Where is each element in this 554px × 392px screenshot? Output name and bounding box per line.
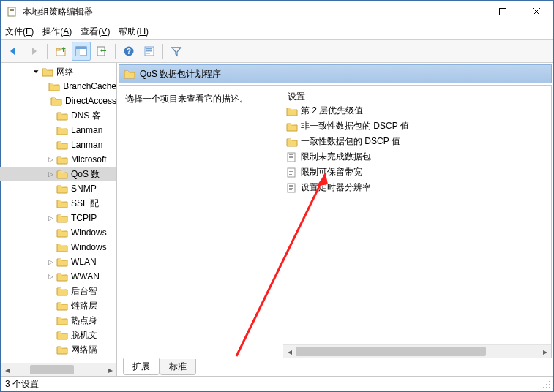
setting-icon xyxy=(286,182,298,194)
tree-item[interactable]: 网络隔 xyxy=(0,342,116,357)
tree-item[interactable]: Windows xyxy=(0,240,116,255)
folder-icon xyxy=(56,344,68,355)
toolbar: ? xyxy=(1,39,553,63)
menu-help[interactable]: 帮助(H) xyxy=(119,26,149,38)
tree-item[interactable]: SNMP xyxy=(0,181,116,196)
expand-icon[interactable]: ▷ xyxy=(45,258,56,265)
tree-item[interactable]: 热点身 xyxy=(0,313,116,328)
scroll-left-icon[interactable]: ◂ xyxy=(1,363,13,376)
tree-item[interactable]: ▷TCPIP xyxy=(0,211,116,225)
expand-icon[interactable]: ▷ xyxy=(45,214,56,222)
collapse-icon[interactable]: ⏷ xyxy=(30,68,42,75)
tree-label: 脱机文 xyxy=(71,329,97,342)
folder-icon xyxy=(42,66,53,78)
svg-rect-18 xyxy=(146,50,152,52)
tree-item-root[interactable]: ⏷网络 xyxy=(0,64,116,79)
tree-item[interactable]: Lanman xyxy=(0,137,116,152)
svg-rect-23 xyxy=(289,157,293,158)
settings-list[interactable]: 第 2 层优先级值非一致性数据包的 DSCP 值一致性数据包的 DSCP 值限制… xyxy=(283,103,551,344)
folder-icon xyxy=(56,329,68,341)
tree-label: 热点身 xyxy=(71,314,97,327)
expand-icon[interactable]: ▷ xyxy=(45,170,56,178)
expand-icon[interactable]: ▷ xyxy=(45,156,56,163)
list-item[interactable]: 非一致性数据包的 DSCP 值 xyxy=(283,118,551,134)
tree-scrollbar[interactable]: ◂ ▸ xyxy=(1,363,116,376)
tree[interactable]: ⏷网络BranchCacheDirectAccessDNS 客LanmanLan… xyxy=(0,63,116,363)
tree-item[interactable]: BranchCache xyxy=(0,79,116,94)
tree-item[interactable]: Lanman xyxy=(0,123,116,137)
svg-rect-12 xyxy=(76,49,80,56)
list-item-label: 第 2 层优先级值 xyxy=(301,105,363,117)
svg-rect-22 xyxy=(289,156,293,157)
svg-rect-29 xyxy=(289,174,292,175)
properties-button[interactable] xyxy=(140,42,159,61)
list-item[interactable]: 限制可保留带宽 xyxy=(283,165,551,180)
list-item[interactable]: 设置定时器分辨率 xyxy=(283,180,551,195)
expand-icon[interactable]: ▷ xyxy=(45,273,56,280)
tree-item[interactable]: DNS 客 xyxy=(0,108,116,123)
folder-icon xyxy=(56,139,68,151)
minimize-button[interactable] xyxy=(452,1,486,23)
description-hint: 选择一个项目来查看它的描述。 xyxy=(125,94,248,104)
list-item[interactable]: 一致性数据包的 DSCP 值 xyxy=(283,134,551,149)
list-item[interactable]: 限制未完成数据包 xyxy=(283,149,551,165)
tree-item[interactable]: 脱机文 xyxy=(0,328,116,342)
folder-icon xyxy=(50,95,62,107)
tree-label: Windows xyxy=(71,242,107,252)
scroll-left-icon[interactable]: ◂ xyxy=(283,345,296,358)
close-button[interactable] xyxy=(520,1,553,23)
tree-item[interactable]: DirectAccess xyxy=(0,94,116,108)
tree-item[interactable]: Windows xyxy=(0,225,116,240)
folder-icon xyxy=(56,212,68,224)
folder-icon xyxy=(56,241,68,253)
back-button[interactable] xyxy=(4,42,23,61)
tree-item[interactable]: ▷WLAN xyxy=(0,255,116,269)
folder-icon xyxy=(56,110,68,121)
export-list-button[interactable] xyxy=(92,42,111,61)
list-item[interactable]: 第 2 层优先级值 xyxy=(283,103,551,118)
list-item-label: 一致性数据包的 DSCP 值 xyxy=(301,135,400,148)
tree-pane: ⏷网络BranchCacheDirectAccessDNS 客LanmanLan… xyxy=(1,63,117,376)
tab-extended[interactable]: 扩展 xyxy=(123,358,160,375)
column-header-setting[interactable]: 设置 xyxy=(283,90,551,103)
scroll-thumb[interactable] xyxy=(296,347,486,356)
folder-icon xyxy=(56,183,68,195)
folder-icon xyxy=(56,168,68,180)
folder-icon xyxy=(56,314,68,326)
svg-rect-9 xyxy=(56,48,60,50)
forward-button[interactable] xyxy=(24,42,43,61)
tab-standard[interactable]: 标准 xyxy=(160,359,196,375)
tree-item[interactable]: ▷Microsoft xyxy=(0,152,116,167)
tree-label: TCPIP xyxy=(71,213,97,223)
filter-button[interactable] xyxy=(167,42,186,61)
menu-action[interactable]: 操作(A) xyxy=(42,26,72,38)
list-item-label: 设置定时器分辨率 xyxy=(301,181,371,194)
tree-item[interactable]: 链路层 xyxy=(0,298,116,313)
resize-grip-icon[interactable] xyxy=(542,380,552,390)
menu-view[interactable]: 查看(V) xyxy=(81,26,110,38)
show-hide-tree-button[interactable] xyxy=(72,42,91,61)
svg-rect-3 xyxy=(10,12,14,12)
tree-label: 后台智 xyxy=(71,285,97,298)
svg-rect-32 xyxy=(289,186,293,187)
folder-icon xyxy=(124,68,135,80)
folder-icon xyxy=(56,271,68,282)
svg-rect-31 xyxy=(289,185,293,186)
scroll-right-icon[interactable]: ▸ xyxy=(104,363,116,376)
tree-label: WLAN xyxy=(71,257,97,267)
scroll-thumb[interactable] xyxy=(30,365,74,374)
detail-scrollbar[interactable]: ◂ ▸ xyxy=(283,344,551,358)
status-text: 3 个设置 xyxy=(5,378,39,391)
tree-label: DNS 客 xyxy=(71,110,101,122)
tree-item[interactable]: ▷WWAN xyxy=(0,269,116,284)
scroll-right-icon[interactable]: ▸ xyxy=(539,345,551,358)
menu-file[interactable]: 文件(F) xyxy=(5,26,34,38)
folder-icon xyxy=(286,121,298,132)
folder-icon xyxy=(286,136,298,148)
tree-item[interactable]: SSL 配 xyxy=(0,196,116,211)
up-button[interactable] xyxy=(51,42,70,61)
tree-item[interactable]: 后台智 xyxy=(0,284,116,298)
maximize-button[interactable] xyxy=(486,1,520,23)
help-button[interactable]: ? xyxy=(119,42,138,61)
tree-item[interactable]: ▷QoS 数 xyxy=(0,167,116,181)
